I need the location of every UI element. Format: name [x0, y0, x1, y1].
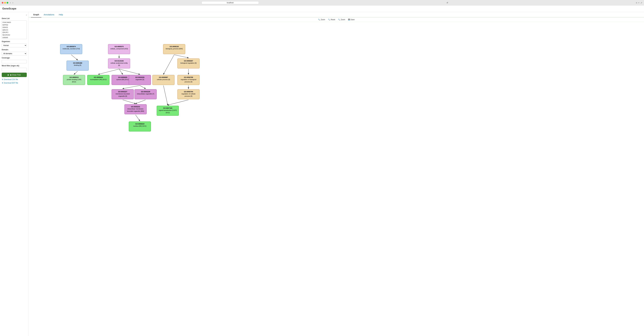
- window-controls-right: ⎋ + ⤢: [636, 2, 642, 4]
- graph-edge: [136, 115, 140, 121]
- go-node-n11[interactable]: GO:0009987cellular process [0]: [152, 75, 174, 85]
- expand-icon: ⤢: [640, 2, 642, 4]
- gene-list-item: NEUROD2: [2, 34, 26, 36]
- gene-list-item: ONECUT2: [2, 39, 26, 39]
- download-csv-label: Download CSV file: [4, 78, 18, 80]
- gene-list-box[interactable]: CEACAM20INPP5DO60431Q8IUC4Q9UJF2NEUROD2O…: [2, 21, 27, 39]
- word-filter-input[interactable]: [2, 68, 27, 71]
- graph-edge: [174, 55, 188, 58]
- address-bar[interactable]: localhost: [202, 1, 259, 4]
- coverage-label: Coverage:: [2, 57, 27, 59]
- graph-canvas: GO:0003674molecular_function [714]GO:000…: [28, 22, 644, 122]
- graph-edge: [119, 69, 123, 74]
- zoom-in-icon: 🔍: [318, 19, 320, 21]
- browser-chrome: ‹ › localhost ↺ ⎋ + ⤢: [0, 0, 644, 6]
- app: GeneScape ‹ Gene List CEACAM20INPP5DO604…: [0, 6, 644, 336]
- coverage-section: Coverage:: [2, 57, 27, 63]
- gene-list-item: INPP5D: [2, 24, 26, 26]
- sidebar-collapse: ‹: [2, 14, 27, 16]
- go-node-n12[interactable]: GO:0050789regulation of biological proce…: [178, 75, 200, 85]
- play-icon: ▶: [8, 74, 9, 76]
- reset-label: Reset: [331, 19, 335, 21]
- save-label: Save: [351, 19, 354, 21]
- graph-edge: [123, 86, 140, 89]
- collapse-button[interactable]: ‹: [26, 14, 27, 16]
- share-icon: ⎋: [636, 2, 637, 4]
- download-csv-link[interactable]: ⬇ Download CSV file: [2, 78, 27, 80]
- zoom-out-button[interactable]: 🔍 Zoom: [338, 19, 345, 21]
- back-button[interactable]: ‹: [10, 2, 11, 4]
- go-node-n17[interactable]: GO:0007165signal transduction [1107] (5/…: [157, 106, 179, 116]
- coverage-input[interactable]: [2, 60, 27, 63]
- go-node-n4[interactable]: GO:0005488binding [0]: [66, 61, 89, 71]
- go-node-n6[interactable]: GO:0065007biological regulation [0]: [178, 58, 200, 68]
- forward-button[interactable]: ›: [12, 2, 14, 4]
- sidebar: ‹ Gene List CEACAM20INPP5DO60431Q8IUC4Q9…: [0, 12, 28, 336]
- gene-list-item: Q8IUC4: [2, 29, 26, 31]
- go-node-n18[interactable]: GO:0005634nucleus [6K] (5/12): [129, 121, 151, 131]
- reset-button[interactable]: 🔍 Reset: [328, 19, 335, 21]
- go-node-n2[interactable]: GO:0005575cellular_component [415]: [108, 44, 130, 54]
- gene-list-section: Gene List CEACAM20INPP5DO60431Q8IUC4Q9UJ…: [2, 18, 27, 39]
- zoom-out-label: Zoom: [341, 19, 345, 21]
- download-dot-icon: ⬇: [2, 82, 3, 84]
- save-button[interactable]: 💾 Save: [348, 19, 354, 21]
- graph-edge: [98, 69, 119, 74]
- main-layout: ‹ Gene List CEACAM20INPP5DO60431Q8IUC4Q9…: [0, 12, 644, 336]
- go-node-n8[interactable]: GO:0005654nucleoplasm [4K] (5/12): [87, 75, 110, 85]
- reset-icon: 🔍: [328, 19, 330, 21]
- go-node-n10[interactable]: GO:0043226organelle [0]: [129, 75, 151, 85]
- close-button[interactable]: [2, 2, 4, 4]
- reload-button[interactable]: ↺: [446, 2, 448, 4]
- organism-section: Organism: Human Mouse Rat: [2, 41, 27, 47]
- download-dot-label: Download DOT file: [4, 82, 18, 84]
- domain-section: Domain: All domains Molecular Function B…: [2, 49, 27, 55]
- new-tab-icon: +: [638, 2, 640, 4]
- graph-edge: [164, 55, 174, 74]
- go-node-n16[interactable]: GO:0043231intracellular membrane-bounded…: [124, 104, 146, 114]
- draw-tree-button[interactable]: ▶ ▶ Draw Tree: [2, 73, 27, 77]
- domain-select[interactable]: All domains Molecular Function Biologica…: [2, 52, 27, 55]
- graph-edge: [164, 86, 168, 105]
- graph-edge: [74, 71, 78, 74]
- graph-edge: [123, 100, 136, 104]
- go-node-n14[interactable]: GO:0043229intracellular organelle [7]: [134, 89, 157, 99]
- graph-edge: [136, 100, 146, 104]
- word-filter-label: Word filter (regex ok):: [2, 65, 27, 67]
- gene-list-label: Gene List: [2, 18, 27, 20]
- graph-arrows: [28, 22, 644, 122]
- zoom-in-label: Zoom: [321, 19, 325, 21]
- domain-label: Domain:: [2, 49, 27, 51]
- go-node-n13[interactable]: GO:0043227membrane-bounded organelle [4]: [112, 89, 134, 99]
- graph-edge: [71, 55, 78, 60]
- zoom-out-icon: 🔍: [338, 19, 340, 21]
- save-icon: 💾: [348, 19, 350, 21]
- graph-edge: [119, 69, 140, 74]
- zoom-in-button[interactable]: 🔍 Zoom: [318, 19, 325, 21]
- content-area: Graph Annotations Help 🔍 Zoom 🔍 Reset 🔍: [28, 12, 644, 336]
- tab-help[interactable]: Help: [56, 12, 65, 18]
- tab-annotations[interactable]: Annotations: [41, 12, 56, 18]
- app-title: GeneScape: [0, 6, 644, 12]
- graph-area: 🔍 Zoom 🔍 Reset 🔍 Zoom 💾 Save: [28, 18, 644, 336]
- maximize-button[interactable]: [6, 2, 8, 4]
- go-node-n5[interactable]: GO:0110165cellular anatomical entity [0]: [108, 58, 130, 68]
- go-node-n15[interactable]: GO:0050794regulation of cellular process…: [178, 89, 200, 99]
- graph-toolbar: 🔍 Zoom 🔍 Reset 🔍 Zoom 💾 Save: [28, 18, 644, 22]
- draw-tree-label: ▶ Draw Tree: [10, 74, 21, 76]
- go-node-n7[interactable]: GO:0005515protein binding [13K] (6/12): [63, 75, 85, 85]
- go-node-n1[interactable]: GO:0003674molecular_function [714]: [60, 44, 82, 54]
- gene-list-item: O60431: [2, 26, 26, 29]
- download-dot-link[interactable]: ⬇ Download DOT file: [2, 82, 27, 84]
- word-filter-section: Word filter (regex ok):: [2, 65, 27, 71]
- gene-list-item: CEACAM20: [2, 21, 26, 24]
- gene-list-item: Q9UJF2: [2, 31, 26, 34]
- graph-edge: [168, 100, 188, 105]
- go-node-n3[interactable]: GO:0008150biological_process [564]: [163, 44, 185, 54]
- minimize-button[interactable]: [4, 2, 6, 4]
- organism-label: Organism:: [2, 41, 27, 43]
- tab-graph[interactable]: Graph: [31, 12, 41, 18]
- graph-edge: [140, 86, 146, 89]
- nav-buttons: ‹ ›: [10, 2, 14, 4]
- organism-select[interactable]: Human Mouse Rat: [2, 44, 27, 47]
